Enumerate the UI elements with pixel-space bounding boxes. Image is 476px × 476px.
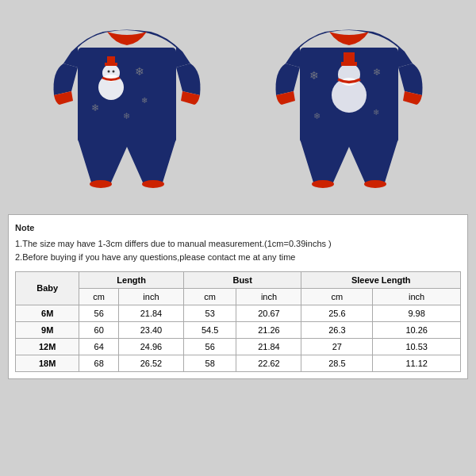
length-cm-header: cm xyxy=(79,288,119,305)
size-label: 18M xyxy=(16,355,79,371)
bust-cm: 53 xyxy=(183,305,236,321)
svg-text:❄: ❄ xyxy=(373,108,379,117)
svg-point-15 xyxy=(364,180,386,188)
size-label: 12M xyxy=(16,338,79,355)
sleeve-cm: 26.3 xyxy=(301,321,373,338)
length-cm: 68 xyxy=(79,355,119,371)
bust-cm: 54.5 xyxy=(183,321,236,338)
product-images: ❄ ❄ ❄ ❄ xyxy=(8,0,468,210)
svg-text:❄: ❄ xyxy=(91,102,99,113)
bust-inch: 21.26 xyxy=(236,321,301,338)
svg-rect-19 xyxy=(344,52,355,63)
bust-cm-header: cm xyxy=(183,288,236,305)
svg-text:❄: ❄ xyxy=(373,67,381,78)
svg-point-1 xyxy=(90,180,112,188)
table-row: 9M 60 23.40 54.5 21.26 26.3 10.26 xyxy=(16,321,461,338)
svg-text:❄: ❄ xyxy=(313,111,321,121)
sleeve-inch-header: inch xyxy=(373,288,461,305)
sleeve-inch: 9.98 xyxy=(373,305,461,321)
bust-inch: 20.67 xyxy=(236,305,301,321)
garment-front-image: ❄ ❄ ❄ ❄ xyxy=(40,12,214,202)
note-line2: 2.Before buying if you have any question… xyxy=(15,251,461,265)
svg-text:❄: ❄ xyxy=(135,65,144,78)
note-section: Note 1.The size may have 1-3cm differs d… xyxy=(15,221,461,265)
sleeve-inch: 11.12 xyxy=(373,355,461,371)
length-cm: 64 xyxy=(79,338,119,355)
bust-inch-header: inch xyxy=(236,288,301,305)
length-inch: 23.40 xyxy=(118,321,183,338)
table-row: 6M 56 21.84 53 20.67 25.6 9.98 xyxy=(16,305,461,321)
sleeve-inch: 10.53 xyxy=(373,338,461,355)
length-inch: 21.84 xyxy=(118,305,183,321)
svg-point-14 xyxy=(312,180,334,188)
size-chart-section: Note 1.The size may have 1-3cm differs d… xyxy=(8,214,468,379)
length-inch: 26.52 xyxy=(118,355,183,371)
length-inch: 24.96 xyxy=(118,338,183,355)
svg-rect-8 xyxy=(107,56,115,64)
length-cm: 56 xyxy=(79,305,119,321)
svg-point-6 xyxy=(113,71,115,73)
note-line1: 1.The size may have 1-3cm differs due to… xyxy=(15,237,461,251)
sleeve-header: Sleeve Length xyxy=(301,271,461,288)
table-row: 12M 64 24.96 56 21.84 27 10.53 xyxy=(16,338,461,355)
table-row: 18M 68 26.52 58 22.62 28.5 11.12 xyxy=(16,355,461,371)
size-label: 9M xyxy=(16,321,79,338)
bust-inch: 21.84 xyxy=(236,338,301,355)
size-label: 6M xyxy=(16,305,79,321)
sleeve-cm: 28.5 xyxy=(301,355,373,371)
category-header: Baby xyxy=(16,271,79,305)
sleeve-inch: 10.26 xyxy=(373,321,461,338)
note-title: Note xyxy=(15,221,461,236)
bust-header: Bust xyxy=(183,271,301,288)
svg-point-2 xyxy=(142,180,164,188)
svg-text:❄: ❄ xyxy=(123,111,130,121)
svg-rect-0 xyxy=(78,48,176,143)
size-table: Baby Length Bust Sleeve Length cm inch c… xyxy=(15,271,461,372)
sleeve-cm: 27 xyxy=(301,338,373,355)
length-cm: 60 xyxy=(79,321,119,338)
garment-back-image: ❄ ❄ ❄ ❄ xyxy=(262,12,436,202)
bust-cm: 58 xyxy=(183,355,236,371)
bust-inch: 22.62 xyxy=(236,355,301,371)
bust-cm: 56 xyxy=(183,338,236,355)
svg-text:❄: ❄ xyxy=(309,69,319,82)
sleeve-cm-header: cm xyxy=(301,288,373,305)
length-inch-header: inch xyxy=(118,288,183,305)
sleeve-cm: 25.6 xyxy=(301,305,373,321)
svg-point-5 xyxy=(108,71,110,73)
length-header: Length xyxy=(79,271,184,288)
svg-text:❄: ❄ xyxy=(141,96,148,105)
